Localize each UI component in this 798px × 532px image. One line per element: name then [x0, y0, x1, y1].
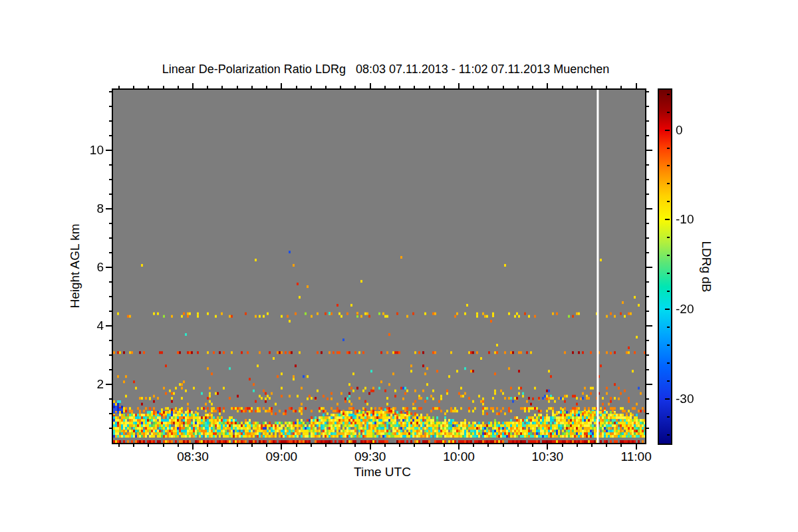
- y-axis-label: Height AGL km: [68, 223, 82, 308]
- colorbar: [658, 88, 672, 445]
- x-tick-label: 08:30: [177, 450, 209, 464]
- y-tick-label: 2: [96, 377, 104, 392]
- y-minor-tick-right: [646, 413, 649, 414]
- x-tick-label: 10:00: [443, 450, 475, 464]
- x-minor-tick: [221, 444, 223, 447]
- x-minor-tick: [354, 444, 356, 447]
- x-minor-tick-top: [133, 86, 134, 88]
- x-minor-tick-top: [340, 86, 341, 88]
- colorbar-minor-tick: [667, 344, 670, 346]
- x-minor-tick: [577, 444, 578, 447]
- y-tick-label: 6: [96, 260, 104, 275]
- colorbar-minor-tick: [667, 416, 670, 418]
- x-minor-tick: [325, 444, 327, 447]
- colorbar-minor-tick: [667, 165, 670, 166]
- x-minor-tick: [487, 444, 489, 447]
- x-minor-tick-top: [414, 86, 415, 88]
- y-minor-tick: [109, 281, 112, 283]
- y-tick-label: 4: [96, 319, 104, 333]
- colorbar-minor-tick: [667, 237, 670, 238]
- x-major-tick: [636, 444, 637, 450]
- x-minor-tick: [311, 444, 312, 447]
- y-minor-tick-right: [646, 428, 649, 429]
- y-minor-tick-right: [646, 194, 649, 195]
- y-minor-tick-right: [646, 135, 649, 136]
- x-minor-tick-top: [163, 86, 164, 88]
- x-minor-tick-top: [325, 86, 327, 88]
- colorbar-major-tick: [665, 398, 670, 400]
- x-tick-label: 09:30: [354, 450, 386, 464]
- x-major-tick-top: [192, 83, 194, 88]
- colorbar-minor-tick: [667, 148, 670, 149]
- x-minor-tick: [133, 444, 134, 447]
- x-axis-label: Time UTC: [354, 465, 411, 479]
- x-minor-tick-top: [577, 86, 578, 88]
- y-major-tick-right: [646, 267, 652, 268]
- x-minor-tick: [340, 444, 341, 447]
- x-minor-tick: [620, 444, 622, 447]
- x-minor-tick-top: [429, 86, 430, 88]
- x-minor-tick: [266, 444, 267, 447]
- x-minor-tick-top: [562, 86, 563, 88]
- x-major-tick: [458, 444, 460, 450]
- x-minor-tick-top: [517, 86, 519, 88]
- x-minor-tick: [384, 444, 386, 447]
- colorbar-minor-tick: [667, 291, 670, 292]
- y-minor-tick: [109, 296, 112, 297]
- colorbar-major-tick: [665, 219, 670, 220]
- x-minor-tick-top: [178, 86, 179, 88]
- x-minor-tick-top: [296, 86, 297, 88]
- x-minor-tick-top: [384, 86, 386, 88]
- y-minor-tick: [109, 311, 112, 312]
- x-major-tick-top: [458, 83, 460, 88]
- colorbar-minor-tick: [667, 434, 670, 436]
- y-minor-tick: [109, 179, 112, 180]
- colorbar-minor-tick: [667, 273, 670, 274]
- y-major-tick-right: [646, 150, 652, 151]
- x-major-tick-top: [547, 83, 548, 88]
- y-minor-tick: [109, 91, 112, 92]
- page-title: Linear De-Polarization Ratio LDRg 08:03 …: [0, 63, 771, 76]
- y-minor-tick: [109, 369, 112, 370]
- y-major-tick: [106, 384, 112, 385]
- y-major-tick-right: [646, 208, 652, 209]
- x-minor-tick: [251, 444, 253, 447]
- x-minor-tick-top: [473, 86, 474, 88]
- x-major-tick-top: [281, 83, 282, 88]
- y-tick-label: 10: [90, 143, 104, 158]
- colorbar-tick-label: -30: [676, 392, 694, 406]
- x-major-tick: [547, 444, 548, 450]
- y-minor-tick-right: [646, 252, 649, 253]
- x-tick-label: 10:30: [532, 450, 564, 464]
- x-major-tick: [370, 444, 371, 450]
- y-minor-tick: [109, 354, 112, 356]
- x-minor-tick-top: [221, 86, 223, 88]
- x-minor-tick-top: [311, 86, 312, 88]
- y-minor-tick-right: [646, 354, 649, 356]
- x-minor-tick: [414, 444, 415, 447]
- y-minor-tick: [109, 120, 112, 122]
- ldr-time-height-plot: Linear De-Polarization Ratio LDRg 08:03 …: [0, 0, 798, 532]
- x-minor-tick-top: [606, 86, 607, 88]
- y-minor-tick-right: [646, 106, 649, 107]
- x-major-tick: [192, 444, 194, 450]
- x-minor-tick-top: [148, 86, 149, 88]
- colorbar-tick-label: -20: [676, 302, 694, 317]
- x-minor-tick-top: [251, 86, 253, 88]
- y-major-tick: [106, 150, 112, 151]
- y-minor-tick: [109, 106, 112, 107]
- x-minor-tick: [148, 444, 149, 447]
- y-tick-label: 8: [96, 201, 104, 216]
- y-major-tick: [106, 208, 112, 209]
- y-minor-tick: [109, 223, 112, 224]
- x-minor-tick-top: [266, 86, 267, 88]
- y-minor-tick-right: [646, 120, 649, 122]
- x-minor-tick: [296, 444, 297, 447]
- x-minor-tick-top: [399, 86, 400, 88]
- y-major-tick: [106, 267, 112, 268]
- x-minor-tick: [517, 444, 519, 447]
- x-minor-tick-top: [118, 86, 120, 88]
- x-minor-tick: [444, 444, 445, 447]
- x-minor-tick: [473, 444, 474, 447]
- x-minor-tick-top: [237, 86, 238, 88]
